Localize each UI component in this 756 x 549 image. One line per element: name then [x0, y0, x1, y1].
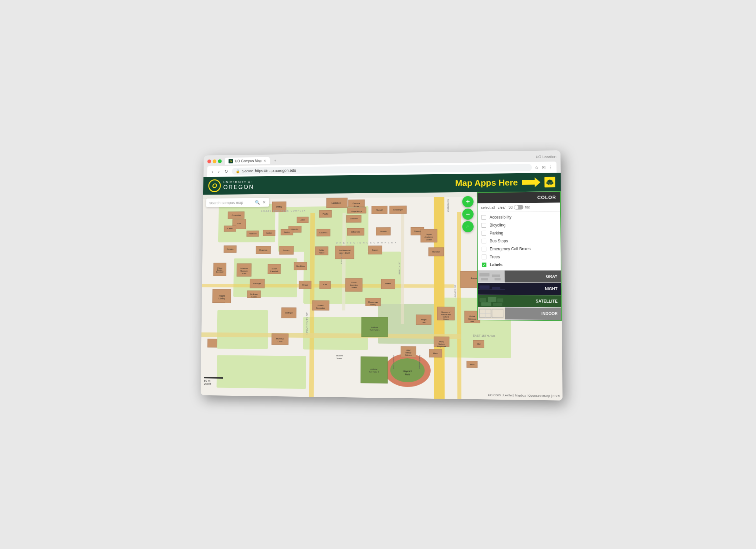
layer-item-trees[interactable]: Trees [478, 253, 561, 261]
browser-window: O UO Campus Map ✕ + UO Location ‹ › ↻ 🔒 … [201, 150, 563, 401]
university-line1: UNIVERSITY OF [223, 180, 254, 184]
svg-text:Hamilton: Hamilton [432, 251, 440, 253]
svg-rect-180 [478, 283, 505, 295]
minimize-button[interactable] [213, 159, 217, 163]
zoom-in-button[interactable]: + [462, 196, 474, 207]
map-apps-banner: Map Apps Here [455, 177, 555, 188]
3d-label: 3d [509, 205, 513, 209]
layer-checkbox-emergency-call-boxes[interactable] [482, 247, 486, 251]
uo-header: O UNIVERSITY OF OREGON Map Apps Here [203, 173, 561, 194]
browser-tab[interactable]: O UO Campus Map ✕ [225, 157, 270, 164]
layer-item-accessibility[interactable]: Accessibility [477, 213, 560, 221]
svg-rect-75 [207, 339, 217, 348]
gray-preview [478, 270, 505, 283]
new-tab-button[interactable]: + [274, 158, 276, 162]
svg-rect-179 [495, 278, 501, 281]
svg-text:Turf Field 2: Turf Field 2 [369, 371, 379, 373]
layer-checkbox-bicycling[interactable] [482, 223, 486, 228]
search-placeholder: search campus map [209, 200, 253, 205]
layer-item-parking[interactable]: Parking [477, 229, 560, 237]
svg-text:Learning: Learning [350, 284, 358, 286]
svg-text:Library: Library [219, 298, 225, 300]
svg-text:Jagua: Jagua [426, 233, 432, 235]
map-style-satellite[interactable]: SATELLITE [478, 295, 561, 308]
forward-button[interactable]: › [217, 168, 221, 175]
svg-rect-18 [457, 212, 461, 399]
search-clear-icon[interactable]: ✕ [262, 200, 266, 205]
svg-text:Johnson: Johnson [283, 249, 290, 251]
layer-checkbox-trees[interactable] [482, 254, 486, 259]
svg-text:Pacific: Pacific [323, 213, 328, 215]
map-canvas[interactable]: UNIVERSITY ST ONYX ST BEECH ST AGATE ST … [201, 191, 563, 401]
layer-item-emergency-call-boxes[interactable]: Emergency Call Boxes [478, 245, 561, 253]
svg-text:Cascade: Cascade [352, 202, 360, 204]
svg-text:Klamath: Klamath [376, 209, 383, 211]
svg-rect-178 [481, 278, 488, 281]
map-style-night[interactable]: NIGHT [478, 283, 561, 295]
back-button[interactable]: ‹ [210, 168, 214, 175]
layer-checkbox-labels[interactable] [482, 263, 486, 267]
layer-checkbox-parking[interactable] [482, 231, 486, 235]
zoom-out-button[interactable]: − [462, 209, 474, 220]
maximize-button[interactable] [218, 159, 222, 163]
svg-text:Earl: Earl [323, 284, 327, 286]
svg-text:Cultural: Cultural [443, 316, 449, 318]
svg-text:Union (EMU): Union (EMU) [339, 252, 350, 254]
svg-text:Campbell: Campbell [270, 270, 279, 272]
svg-text:Annex: Annex [354, 205, 359, 207]
layer-checkbox-bus-stops[interactable] [482, 239, 486, 243]
home-button[interactable]: ⌂ [462, 221, 474, 232]
layer-checkbox-accessibility[interactable] [481, 215, 486, 219]
svg-text:Lawrence: Lawrence [332, 202, 341, 204]
svg-text:RIVERFRNT: RIVERFRNT [447, 199, 449, 212]
layers-list: Accessibility Bicycling Parking Bus Stop… [477, 211, 561, 270]
svg-text:Gerlinger: Gerlinger [250, 293, 258, 295]
search-bar[interactable]: search campus map 🔍 ✕ [206, 198, 269, 207]
scale-label-feet: 200 ft [204, 382, 223, 386]
svg-text:Walton: Walton [385, 283, 391, 285]
window-icon[interactable]: ⊡ [542, 165, 546, 170]
arrow-right-icon [522, 177, 541, 187]
close-button[interactable] [207, 159, 211, 163]
svg-rect-181 [479, 285, 490, 289]
svg-text:Deady: Deady [276, 205, 282, 208]
svg-text:Willamette: Willamette [351, 231, 360, 233]
svg-text:West Grandstand: West Grandstand [392, 355, 394, 369]
clear-link[interactable]: clear [498, 205, 506, 209]
3d-toggle[interactable]: 3d flat [509, 205, 530, 210]
bookmark-icon[interactable]: ☆ [534, 165, 539, 170]
svg-text:Cascade: Cascade [350, 217, 358, 219]
url-bar[interactable]: 🔒 Secure https://map.uoregon.edu [232, 164, 532, 174]
satellite-style-label: SATELLITE [505, 295, 561, 307]
layer-item-bus-stops[interactable]: Bus Stops [477, 237, 560, 245]
layer-item-bicycling[interactable]: Bicycling [477, 221, 560, 229]
map-style-gray[interactable]: GRAY [478, 270, 561, 283]
svg-marker-0 [522, 177, 541, 187]
svg-text:Hendricks: Hendricks [296, 265, 305, 267]
tab-close-icon[interactable]: ✕ [263, 159, 266, 162]
svg-text:of Art: of Art [242, 272, 246, 274]
menu-icon[interactable]: ⋮ [549, 164, 553, 170]
satellite-preview [478, 295, 505, 307]
layer-label-bicycling: Bicycling [490, 223, 506, 227]
traffic-lights [207, 159, 222, 163]
svg-text:East Grandstand: East Grandstand [419, 356, 421, 369]
uo-logo: O UNIVERSITY OF OREGON [208, 179, 254, 192]
select-all-link[interactable]: select all [481, 205, 495, 209]
svg-text:Family: Family [370, 304, 376, 306]
svg-text:Susan: Susan [272, 267, 277, 269]
svg-text:AGATE ST: AGATE ST [454, 285, 457, 298]
svg-rect-176 [479, 273, 490, 277]
map-style-indoor[interactable]: INDOOR [478, 307, 561, 320]
svg-text:Anstett: Anstett [266, 232, 272, 234]
layers-controls: select all clear 3d flat [477, 202, 560, 212]
layer-item-labels[interactable]: Labels [478, 261, 561, 269]
svg-text:Fenton: Fenton [284, 231, 290, 233]
svg-text:Turf Field 1: Turf Field 1 [370, 329, 380, 331]
svg-text:Recreation: Recreation [316, 307, 326, 309]
indoor-preview [478, 307, 505, 320]
layers-stack-icon[interactable] [544, 177, 555, 188]
svg-text:Court: Court [278, 340, 282, 342]
reload-button[interactable]: ↻ [223, 168, 229, 174]
svg-text:Columbia: Columbia [319, 231, 328, 233]
